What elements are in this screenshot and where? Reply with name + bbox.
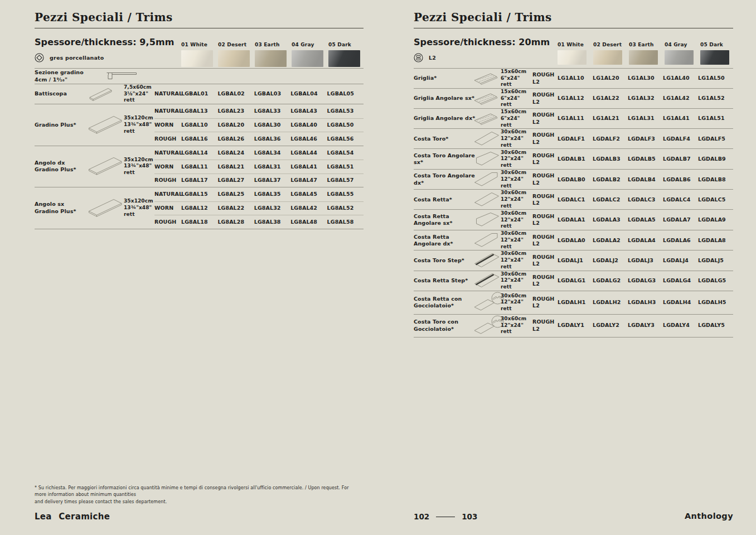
- finish-label: ROUGH: [154, 177, 181, 184]
- variant-row: WORNLG8AL12LG8AL22LG8AL32LG8AL42LG8AL52: [154, 201, 364, 215]
- product-code: LG8AL48: [290, 219, 327, 225]
- page-separator-line: [436, 517, 455, 517]
- product-code: LG8AL18: [181, 219, 217, 225]
- variant-row: NATURALLG8AL13LG8AL23LG8AL33LG8AL43LG8AL…: [154, 104, 364, 118]
- product-code: LGDALB1: [558, 156, 593, 162]
- finish-label: WORN: [154, 122, 181, 128]
- table-row: Costa Toro Angolare sx*30x60cm 12"x24" r…: [414, 148, 733, 169]
- swatch-chip: [593, 50, 622, 65]
- product-name: Costa Retta Step*: [414, 277, 477, 284]
- product-code: LG8AL13: [181, 108, 217, 114]
- product-code: LGDALJ1: [558, 257, 593, 264]
- product-code: LG1AL40: [663, 75, 698, 81]
- product-code: LGDALC4: [663, 196, 698, 203]
- product-code: LGDALH1: [558, 299, 593, 306]
- product-code: LGDALY2: [593, 322, 628, 329]
- swatch-label: 04 Gray: [665, 42, 700, 47]
- product-code: LG8AL22: [217, 205, 254, 211]
- product-code: LG8AL36: [254, 136, 290, 142]
- catalog-spread: { "colors": { "background": "#dfddd2", "…: [0, 0, 756, 535]
- product-code: LGDALF5: [698, 136, 733, 142]
- product-code: LG8AL11: [181, 163, 217, 170]
- product-code: LG1AL11: [558, 115, 593, 122]
- swatch-label: 03 Earth: [629, 42, 665, 47]
- product-code: LG8AL44: [290, 150, 327, 156]
- finish-label: ROUGH L2: [532, 296, 558, 310]
- product-code: LGDALJ4: [663, 257, 698, 264]
- product-name: Sezione gradino 4cm / 1⁹⁄₁₆": [35, 69, 86, 83]
- product-code: LGDALA1: [558, 216, 593, 223]
- table-row: Costa Toro*30x60cm 12"x24" rettROUGH L2L…: [414, 128, 733, 148]
- product-code: LG8AL16: [181, 136, 217, 142]
- product-code: LGDALY1: [558, 322, 593, 329]
- product-code: LGDALA0: [558, 237, 593, 244]
- product-code: LG8AL43: [290, 108, 327, 114]
- product-name: Angolo sx Gradino Plus*: [35, 201, 86, 215]
- product-name: Costa Retta Angolare dx*: [414, 234, 477, 248]
- color-swatch: 05 Dark: [700, 42, 736, 65]
- product-code: LGDALB2: [593, 176, 628, 183]
- product-name: Griglia Angolare dx*: [414, 115, 477, 122]
- product-code: LGDALA5: [628, 216, 663, 223]
- finish-label: ROUGH L2: [532, 319, 558, 332]
- product-code: LG8AL34: [254, 150, 290, 156]
- variant-row: WORNLG8AL11LG8AL21LG8AL31LG8AL41LG8AL51: [154, 160, 364, 173]
- finish-label: NATURAL: [154, 191, 181, 197]
- product-code: LG1AL30: [628, 75, 663, 81]
- page-title: Pezzi Speciali / Trims: [35, 10, 364, 25]
- product-code: LGDALA9: [698, 216, 733, 223]
- costa-angolare-dx-icon: [473, 232, 501, 249]
- color-swatch: 01 White: [181, 42, 218, 67]
- product-code: LG8AL55: [327, 191, 364, 197]
- product-code: LG8AL15: [181, 191, 217, 197]
- product-code: LG8AL26: [217, 136, 254, 142]
- plank-icon: [86, 156, 124, 176]
- product-name: Costa Retta*: [414, 196, 477, 203]
- product-code: LGDALA7: [663, 216, 698, 223]
- product-code: LG8AL42: [290, 205, 327, 211]
- product-size: 35x120cm 13¾"x48" rett: [124, 115, 154, 134]
- plank-icon: [86, 198, 124, 218]
- product-code: LGDALG2: [593, 277, 628, 284]
- product-code: LG1AL52: [698, 95, 733, 102]
- product-code: LG8AL51: [327, 163, 364, 170]
- page-numbers: 102 103: [414, 512, 477, 521]
- finish-variants: NATURALLG8AL15LG8AL25LG8AL35LG8AL45LG8AL…: [154, 187, 364, 229]
- product-code: LG8AL46: [290, 136, 327, 142]
- product-code: LG8AL37: [254, 177, 290, 184]
- product-code: LGDALH4: [663, 299, 698, 306]
- finish-label: WORN: [154, 163, 181, 170]
- swatch-chip: [558, 50, 587, 65]
- product-code: LG1AL22: [593, 95, 628, 102]
- product-size: 30x60cm 12"x24" rett: [501, 316, 532, 335]
- page-number-left: 102: [414, 512, 429, 521]
- product-name: Gradino Plus*: [35, 122, 86, 128]
- product-size: 15x60cm 6"x24" rett: [501, 109, 532, 128]
- color-swatch: 01 White: [558, 42, 593, 65]
- product-code: LGDALB4: [628, 176, 663, 183]
- product-code: LGBAL04: [290, 90, 327, 97]
- product-code: LG1AL21: [593, 115, 628, 122]
- griglia-icon: [473, 112, 501, 126]
- product-name: Costa Toro Angolare sx*: [414, 152, 477, 166]
- product-name: Costa Toro Angolare dx*: [414, 172, 477, 186]
- variant-row: ROUGHLG8AL17LG8AL27LG8AL37LG8AL47LG8AL57: [154, 173, 364, 187]
- finish-label: ROUGH L2: [532, 91, 558, 105]
- table-row: Angolo dx Gradino Plus*35x120cm 13¾"x48"…: [35, 146, 364, 187]
- product-code: LGDALG3: [628, 277, 663, 284]
- left-swatch-strip: 01 White02 Desert03 Earth04 Gray05 Dark: [181, 42, 365, 67]
- table-row: Battiscopa7,5x60cm 3⅛"x24" rettNATURALLG…: [35, 84, 364, 104]
- swatch-label: 05 Dark: [328, 42, 365, 47]
- product-code: LG1AL12: [558, 95, 593, 102]
- right-swatch-strip: 01 White02 Desert03 Earth04 Gray05 Dark: [558, 42, 736, 65]
- costa-angolare-sx-icon: [473, 211, 501, 228]
- product-code: LG8AL45: [290, 191, 327, 197]
- table-row: Costa Retta Angolare dx*30x60cm 12"x24" …: [414, 230, 733, 250]
- product-name: Costa Retta con Gocciolatoio*: [414, 296, 477, 310]
- swatch-label: 02 Desert: [218, 42, 255, 47]
- table-row: Griglia Angolare sx*15x60cm 6"x24" rettR…: [414, 88, 733, 108]
- table-row: Costa Retta*30x60cm 12"x24" rettROUGH L2…: [414, 189, 733, 209]
- product-code: LGDALY3: [628, 322, 663, 329]
- finish-label: NATURAL: [154, 90, 181, 97]
- product-size: 35x120cm 13¾"x48" rett: [124, 198, 154, 218]
